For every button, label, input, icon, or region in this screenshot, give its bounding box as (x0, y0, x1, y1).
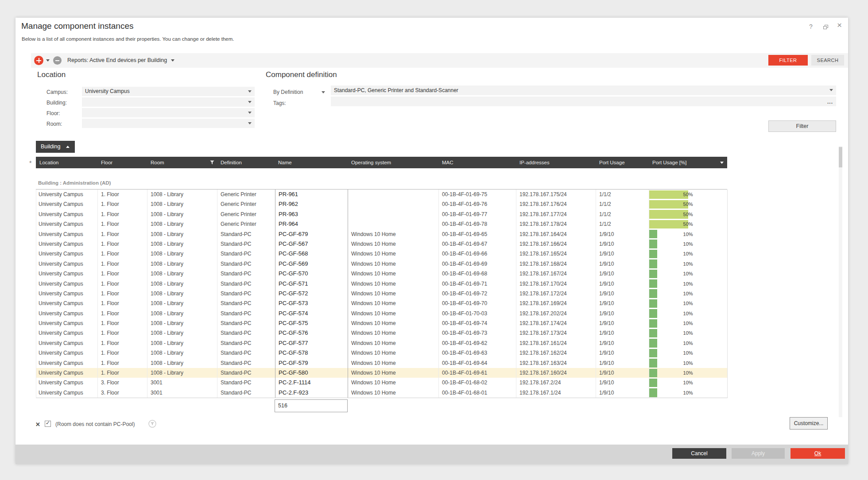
filter-tab-button[interactable]: FILTER (768, 55, 808, 66)
table-row[interactable]: University Campus1. Floor1008 - LibraryG… (36, 209, 728, 219)
remove-filter-icon[interactable]: ✕ (35, 421, 40, 428)
filter-apply-button[interactable]: Filter (768, 120, 836, 132)
column-dropdown-icon[interactable] (720, 162, 724, 164)
reports-selector[interactable]: Reports: Active End devices per Building (67, 57, 174, 63)
cell-pct: 10% (649, 378, 728, 387)
pc-pool-filter-label: (Room does not contain PC-Pool) (55, 421, 135, 427)
campus-dropdown[interactable]: University Campus (82, 87, 255, 96)
cell-mac: 00-1B-4F-01-69-70 (439, 298, 516, 308)
grouping-chip-building[interactable]: Building (36, 141, 75, 153)
scrollbar-thumb[interactable] (839, 147, 842, 167)
cell-mac: 00-1B-4F-01-69-68 (439, 269, 516, 279)
column-header-floor[interactable]: Floor (97, 157, 147, 168)
funnel-circle-icon[interactable] (148, 420, 156, 428)
cell-definition: Standard-PC (217, 388, 275, 398)
table-row[interactable]: University Campus1. Floor1008 - LibraryS… (36, 239, 728, 249)
cell-port: 1/9/10 (596, 309, 649, 318)
table-row[interactable]: University Campus1. Floor1008 - LibraryG… (36, 219, 728, 229)
table-row[interactable]: University Campus1. Floor1008 - LibraryS… (36, 289, 728, 298)
cell-os: Windows 10 Home (348, 249, 439, 259)
table-row[interactable]: University Campus1. Floor1008 - LibraryS… (36, 229, 728, 239)
table-row[interactable]: University Campus3. Floor3001Standard-PC… (36, 378, 728, 387)
cell-port: 1/9/10 (596, 388, 649, 398)
cell-name: PC-GF-679 (275, 229, 348, 239)
column-header-pct[interactable]: Port Usage [%] (649, 157, 727, 168)
cell-name: PC-2.F-923 (275, 388, 348, 398)
table-row[interactable]: University Campus1. Floor1008 - LibraryS… (36, 328, 728, 338)
by-definition-selector[interactable]: By Definition (273, 89, 303, 95)
column-header-port[interactable]: Port Usage (596, 157, 649, 168)
table-row[interactable]: University Campus1. Floor1008 - LibraryS… (36, 269, 728, 279)
table-row[interactable]: University Campus1. Floor1008 - LibraryS… (36, 338, 728, 348)
cell-ip: 192.178.167.176/24 (516, 199, 596, 209)
name-count-field[interactable]: 516 (275, 399, 348, 412)
column-header-definition[interactable]: Definition (217, 157, 275, 168)
column-header-name[interactable]: Name (275, 157, 348, 168)
column-header-location[interactable]: Location (36, 157, 97, 168)
column-header-room[interactable]: Room (147, 157, 217, 168)
pin-icon[interactable]: * (29, 159, 31, 166)
cell-definition: Standard-PC (217, 289, 275, 298)
cell-definition: Standard-PC (217, 259, 275, 269)
cell-definition: Standard-PC (217, 328, 275, 338)
cell-location: University Campus (36, 309, 98, 318)
restore-window-icon[interactable] (823, 25, 829, 30)
remove-button[interactable] (53, 56, 62, 65)
port-usage-percent-label: 50% (649, 199, 693, 209)
column-header-mac[interactable]: MAC (438, 157, 516, 168)
table-row[interactable]: University Campus1. Floor1008 - LibraryS… (36, 249, 728, 259)
room-dropdown[interactable] (82, 119, 255, 128)
table-row[interactable]: University Campus1. Floor1008 - LibraryS… (36, 358, 728, 368)
cell-definition: Standard-PC (217, 269, 275, 279)
ok-button[interactable]: Ok (790, 448, 845, 459)
footer-bar: Cancel Apply Ok (16, 445, 848, 464)
pc-pool-checkbox[interactable]: ✓ (45, 421, 51, 427)
cell-mac: 00-1B-4F-01-69-71 (439, 279, 516, 289)
table-row[interactable]: University Campus1. Floor1008 - LibraryS… (36, 318, 728, 328)
tags-field[interactable]: ... (331, 97, 836, 106)
vertical-scrollbar[interactable] (839, 146, 842, 417)
port-usage-percent-label: 10% (649, 309, 693, 318)
apply-button[interactable]: Apply (732, 448, 785, 459)
cell-definition: Generic Printer (217, 199, 275, 209)
table-row[interactable]: University Campus1. Floor1008 - LibraryG… (36, 199, 728, 209)
cell-room: 1008 - Library (147, 259, 217, 269)
table-row[interactable]: University Campus1. Floor1008 - LibraryG… (36, 190, 728, 199)
table-row[interactable]: University Campus3. Floor3001Standard-PC… (36, 388, 728, 398)
column-header-os[interactable]: Operating system (348, 157, 438, 168)
help-icon[interactable]: ? (809, 23, 813, 30)
cell-mac: 00-1B-4F-01-68-01 (439, 388, 516, 398)
table-row[interactable]: University Campus1. Floor1008 - LibraryS… (36, 259, 728, 269)
cancel-button[interactable]: Cancel (672, 448, 726, 459)
column-header-ip[interactable]: IP-addresses (516, 157, 596, 168)
close-icon[interactable]: × (837, 20, 842, 30)
cell-ip: 192.178.167.166/24 (516, 239, 596, 249)
customize-button[interactable]: Customize... (790, 417, 828, 430)
table-row[interactable]: University Campus1. Floor1008 - LibraryS… (36, 348, 728, 358)
add-button[interactable] (34, 56, 43, 65)
ellipsis-button[interactable]: ... (827, 97, 833, 106)
floor-dropdown[interactable] (82, 108, 255, 117)
cell-room: 1008 - Library (147, 209, 217, 219)
cell-name: PC-GF-570 (275, 269, 348, 279)
by-definition-dropdown[interactable]: Standard-PC, Generic Printer and Standar… (331, 85, 836, 95)
search-tab-button[interactable]: SEARCH (811, 55, 844, 66)
cell-os: Windows 10 Home (348, 358, 439, 368)
cell-pct: 10% (649, 259, 728, 269)
cell-ip: 192.178.167.164/24 (516, 229, 596, 239)
cell-room: 1008 - Library (147, 328, 217, 338)
cell-pct: 10% (649, 249, 728, 259)
table-row[interactable]: University Campus1. Floor1008 - LibraryS… (36, 309, 728, 318)
cell-os: Windows 10 Home (348, 388, 439, 398)
table-row[interactable]: University Campus1. Floor1008 - LibraryS… (36, 279, 728, 289)
building-dropdown[interactable] (82, 97, 255, 107)
cell-room: 1008 - Library (147, 279, 217, 289)
cell-location: University Campus (36, 338, 98, 348)
cell-ip: 192.178.167.160/24 (516, 368, 596, 378)
table-row[interactable]: University Campus1. Floor1008 - LibraryS… (36, 368, 728, 378)
table-row[interactable]: University Campus1. Floor1008 - LibraryS… (36, 298, 728, 308)
cell-floor: 1. Floor (98, 209, 147, 219)
cell-floor: 1. Floor (98, 219, 147, 229)
by-definition-caret-icon[interactable] (322, 91, 325, 93)
add-dropdown-caret-icon[interactable] (46, 59, 50, 62)
